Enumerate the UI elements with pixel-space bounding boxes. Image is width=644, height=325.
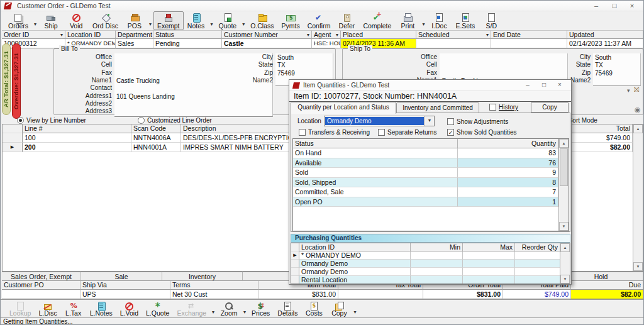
dropdown-arrow-icon[interactable]: ▾ [60,31,63,38]
copy-button[interactable]: Copy [531,102,569,113]
toolbar-button-copy[interactable]: Copy [326,300,352,317]
toolbar-button-lookup[interactable]: Lookup [6,300,35,317]
column-header-quantity[interactable]: Quantity [458,139,558,148]
dropdown-arrow-icon[interactable]: ▾ [209,11,215,30]
table-row[interactable]: Ormandy Demo [291,268,570,276]
toolbar-button-i-doc[interactable]: I.Doc [426,11,452,30]
scroll-up-icon[interactable]: ▲ [560,243,570,252]
dialog-close-button[interactable]: × [552,80,568,89]
radio-customized-line-order[interactable] [138,117,145,124]
radio-view-by-line-number[interactable] [17,117,24,124]
table-row[interactable]: Available76 [293,158,569,168]
toolbar-button-pos[interactable]: POS [122,11,147,30]
line-items-scrollbar[interactable]: ▲ ▼ [633,124,643,271]
toolbar-button-l-void[interactable]: L.Void [116,300,142,317]
table-row[interactable]: Ormandy Demo [291,260,570,268]
column-header-end-date[interactable]: End Date [491,30,567,39]
history-checkbox[interactable] [489,104,496,111]
dropdown-arrow-icon[interactable]: ▾ [486,31,489,38]
dropdown-arrow-icon[interactable]: ▾ [210,300,216,317]
transfers-receiving-checkbox[interactable] [299,129,306,136]
location-dropdown[interactable]: Ormandy Demo ▾ [324,116,435,126]
dropdown-arrow-icon[interactable]: ▾ [147,11,153,30]
column-header-status[interactable]: Status [293,139,458,148]
toolbar-button-prices[interactable]: Prices [248,300,274,317]
toolbar-button-exchange[interactable]: Exchange [173,300,210,317]
column-header-max[interactable]: Max [463,243,515,251]
column-header-location-id[interactable]: Location ID [65,30,116,39]
column-header-min[interactable]: Min [411,243,463,251]
column-header-department[interactable]: Department [116,30,153,39]
toolbar-button-e-sets[interactable]: E.Sets [452,11,479,30]
dropdown-arrow-icon[interactable]: ▾ [425,116,434,126]
dropdown-arrow-icon[interactable]: ▾ [307,31,309,38]
status-table-scrollbar[interactable]: ▲ ▼ [558,139,569,231]
toolbar-button-confirm[interactable]: Confirm [304,11,335,30]
table-row[interactable]: On Hand83 [293,148,569,158]
scroll-up-icon[interactable]: ▲ [633,124,643,133]
dropdown-arrow-icon[interactable]: ▾ [242,300,248,317]
toolbar-button-complete[interactable]: Complete [359,11,395,30]
toolbar-button-s-d[interactable]: S/D [479,11,504,30]
column-header-updated[interactable]: Updated [567,30,643,39]
scroll-thumb[interactable] [560,148,568,186]
table-row[interactable]: Open PO1 [293,197,569,207]
dialog-maximize-button[interactable]: □ [536,80,552,89]
scroll-down-icon[interactable]: ▼ [560,275,570,284]
scroll-down-icon[interactable]: ▼ [633,262,643,271]
table-row[interactable]: ▶* ORMANDY DEMO [291,251,570,260]
column-header-customer-po[interactable]: Customer PO [2,281,80,290]
separate-returns-checkbox[interactable] [378,129,385,136]
toolbar-button-print[interactable]: Print [395,11,420,30]
tab-quantity-per-location[interactable]: Quantity per Location and Status [291,102,396,114]
toolbar-button-details[interactable]: Details [274,300,301,317]
column-header-reorder-qty[interactable]: Reorder Qty [515,243,560,251]
toolbar-button-l-tax[interactable]: L.Tax [61,300,86,317]
column-header-line[interactable]: Line # [23,124,131,133]
scroll-up-icon[interactable]: ▲ [559,139,569,148]
toolbar-button-ship[interactable]: Ship [38,11,64,30]
vehicle-icon[interactable]: ⛝ [634,85,639,94]
column-header-status[interactable]: Status [153,30,222,39]
toolbar-button-void[interactable]: Void [64,11,89,30]
toolbar-button-notes[interactable]: Notes [184,11,209,30]
toolbar-button-defer[interactable]: Defer [334,11,359,30]
dropdown-arrow-icon[interactable]: ▾ [336,31,338,38]
close-button[interactable]: × [624,1,640,10]
toolbar-button-quote[interactable]: Quote [215,11,241,30]
dropdown-arrow-icon[interactable]: ▾ [240,11,247,30]
table-row[interactable]: Sold, Shipped8 [293,178,569,188]
show-adjustments-checkbox[interactable] [447,118,454,125]
dropdown-arrow-icon[interactable]: ▾ [627,87,630,94]
toolbar-button-costs[interactable]: Costs [301,300,326,317]
column-header-placed[interactable]: Placed [341,30,416,39]
toolbar-button-l-notes[interactable]: L.Notes [86,300,116,317]
field-value-address3[interactable] [114,107,273,117]
show-sold-quantities-checkbox[interactable]: ✓ [447,129,454,136]
toolbar-button-l-disc[interactable]: L.Disc [35,300,60,317]
dropdown-arrow-icon[interactable]: ▾ [352,300,358,317]
column-header-due[interactable]: Due [571,281,643,290]
toolbar-button-exempt[interactable]: Exempt [153,11,184,30]
column-header-order-id[interactable]: Order ID▾ [2,30,65,39]
column-header-agent[interactable]: Agent▾ [312,30,341,39]
column-header-ship-via[interactable]: Ship Via [80,281,170,290]
purchasing-table-scrollbar[interactable]: ▲ ▼ [560,243,570,284]
table-row[interactable]: Rental Location [291,276,570,284]
toolbar-button-o-class[interactable]: O.Class [247,11,277,30]
minimize-button[interactable]: – [588,1,604,10]
column-header-scheduled[interactable]: Scheduled▾ [416,30,491,39]
field-value-name2[interactable] [593,77,641,86]
dropdown-arrow-icon[interactable]: ▾ [32,11,38,30]
column-header-scan-code[interactable]: Scan Code [131,124,181,133]
maximize-button[interactable]: □ [606,1,623,10]
toolbar-button-ord-disc[interactable]: Ord Disc [89,11,122,30]
toolbar-button-orders[interactable]: Orders [4,11,32,30]
search-icon[interactable]: ◉ [635,106,641,114]
column-header-customer-number[interactable]: Customer Number▾ [222,30,312,39]
toolbar-button-zoom[interactable]: Zoom [216,300,242,317]
toolbar-button-pymts[interactable]: Pymts [278,11,304,30]
column-header-location-id[interactable]: Location ID [299,243,411,251]
table-row[interactable]: Sold9 [293,168,569,178]
dropdown-arrow-icon[interactable]: ▾ [420,11,426,30]
